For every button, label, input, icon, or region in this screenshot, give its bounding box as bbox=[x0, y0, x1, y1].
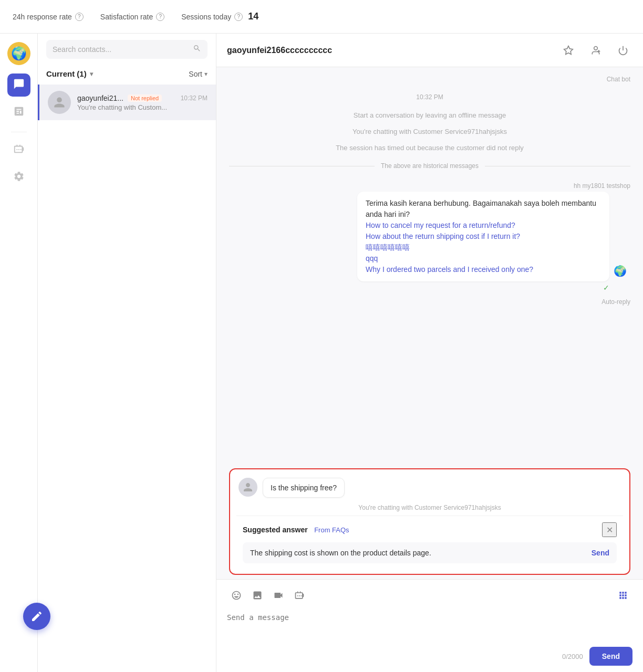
contacts-panel: Current (1) ▾ Sort ▾ gaoyunfei21... Not … bbox=[38, 34, 216, 672]
stat-response-rate-help-icon[interactable]: ? bbox=[75, 13, 84, 21]
settings-icon bbox=[13, 171, 25, 185]
left-nav: 🌍 bbox=[0, 34, 38, 672]
svg-point-1 bbox=[594, 46, 598, 50]
outgoing-bubble: Terima kasih kerana berhubung. Bagaimana… bbox=[357, 192, 609, 281]
faq-link-2[interactable]: How about the return shipping cost if I … bbox=[366, 231, 601, 242]
chat-bot-label: Chat bot bbox=[229, 76, 630, 83]
stat-satisfaction-rate-help-icon[interactable]: ? bbox=[156, 13, 164, 21]
msg-system-timeout: The session has timed out because the cu… bbox=[229, 142, 630, 154]
sort-chevron-icon: ▾ bbox=[204, 70, 208, 78]
stat-sessions-today-label: Sessions today bbox=[181, 13, 231, 21]
stat-response-rate-label: 24h response rate bbox=[13, 13, 72, 21]
star-button[interactable] bbox=[559, 41, 578, 60]
contacts-filter-dropdown[interactable]: Current (1) ▾ bbox=[46, 69, 93, 78]
outgoing-msg-container: hh my1801 testshop Terima kasih kerana b… bbox=[229, 182, 630, 292]
contacts-filter-label: Current (1) bbox=[46, 69, 87, 78]
top-bar: 24h response rate ? Satisfaction rate ? … bbox=[0, 0, 643, 34]
analytics-icon bbox=[13, 106, 25, 120]
faq-link-4[interactable]: qqq bbox=[366, 253, 601, 264]
stat-satisfaction-rate: Satisfaction rate ? bbox=[100, 13, 164, 21]
contact-info: gaoyunfei21... Not replied 10:32 PM You'… bbox=[77, 94, 208, 111]
chat-title: gaoyunfei2166cccccccccc bbox=[227, 46, 559, 55]
faq-link-3[interactable]: 嘻嘻嘻嘻嘻嘻 bbox=[366, 242, 601, 253]
contact-preview: You're chatting with Custom... bbox=[77, 103, 208, 111]
chat-panel: gaoyunfei2166cccccccccc Chat bot 10:32 bbox=[216, 34, 643, 672]
nav-item-settings[interactable] bbox=[7, 166, 30, 189]
customer-bubble: Is the shipping free? bbox=[263, 478, 345, 498]
contact-avatar bbox=[48, 91, 71, 114]
emoji-button[interactable] bbox=[227, 586, 246, 605]
outgoing-bubble-text: Terima kasih kerana berhubung. Bagaimana… bbox=[366, 198, 601, 220]
bot-toolbar-button[interactable] bbox=[290, 586, 309, 605]
msg-system-chatting1: You're chatting with Customer Service971… bbox=[229, 125, 630, 138]
svg-marker-0 bbox=[564, 46, 573, 54]
search-input[interactable] bbox=[53, 45, 189, 54]
customer-msg-row: Is the shipping free? bbox=[230, 469, 629, 502]
customer-avatar bbox=[238, 478, 257, 497]
compose-fab[interactable] bbox=[23, 603, 50, 630]
suggested-label: Suggested answer bbox=[243, 526, 308, 534]
faq-link-5[interactable]: Why I ordered two parcels and I received… bbox=[366, 264, 601, 275]
suggested-answer-header: Suggested answer From FAQs ✕ bbox=[243, 522, 617, 537]
chatting-info-2: You're chatting with Customer Service971… bbox=[230, 502, 629, 516]
outgoing-sender-meta: hh my1801 testshop bbox=[229, 182, 630, 190]
contacts-sort-dropdown[interactable]: Sort ▾ bbox=[189, 70, 208, 78]
chat-input-footer: 0/2000 Send bbox=[227, 643, 632, 666]
msg-check-icon: ✓ bbox=[603, 284, 609, 292]
msg-divider-text: The above are historical messages bbox=[381, 162, 479, 170]
suggested-close-button[interactable]: ✕ bbox=[602, 522, 617, 537]
stat-sessions-today: Sessions today ? 14 bbox=[181, 11, 258, 22]
contact-status-badge: Not replied bbox=[128, 94, 162, 102]
sort-label: Sort bbox=[189, 70, 202, 78]
suggested-section: Is the shipping free? You're chatting wi… bbox=[229, 468, 630, 575]
sessions-count: 14 bbox=[248, 11, 258, 22]
chat-header: gaoyunfei2166cccccccccc bbox=[216, 34, 643, 67]
contact-name: gaoyunfei21... bbox=[77, 94, 123, 102]
msg-system-offline: Start a conversation by leaving an offli… bbox=[229, 109, 630, 121]
auto-reply-label: Auto-reply bbox=[229, 296, 630, 308]
contacts-search-area bbox=[38, 34, 216, 65]
faq-link-1[interactable]: How to cancel my request for a return/re… bbox=[366, 220, 601, 231]
stat-response-rate: 24h response rate ? bbox=[13, 13, 84, 21]
video-button[interactable] bbox=[269, 586, 288, 605]
send-main-button[interactable]: Send bbox=[589, 647, 632, 666]
chat-icon bbox=[13, 78, 25, 92]
suggested-text: The shipping cost is shown on the produc… bbox=[250, 549, 431, 557]
image-button[interactable] bbox=[248, 586, 267, 605]
suggested-content: The shipping cost is shown on the produc… bbox=[243, 542, 617, 563]
stat-sessions-today-help-icon[interactable]: ? bbox=[234, 13, 243, 21]
nav-item-chat[interactable] bbox=[7, 74, 30, 97]
chat-messages: Chat bot 10:32 PM Start a conversation b… bbox=[216, 67, 643, 464]
chat-input-section: 0/2000 Send bbox=[216, 579, 643, 672]
outgoing-msg-row: Terima kasih kerana berhubung. Bagaimana… bbox=[229, 192, 630, 281]
chat-toolbar bbox=[227, 586, 632, 609]
chat-header-actions bbox=[559, 41, 632, 60]
msg-divider-historical: The above are historical messages bbox=[229, 158, 630, 174]
suggested-answer-bar: Suggested answer From FAQs ✕ The shippin… bbox=[236, 516, 623, 568]
nav-logo: 🌍 bbox=[7, 42, 30, 65]
apps-button[interactable] bbox=[614, 586, 632, 605]
contact-time: 10:32 PM bbox=[181, 94, 208, 102]
bot-icon bbox=[13, 143, 25, 158]
suggested-answer-title-row: Suggested answer From FAQs bbox=[243, 525, 349, 534]
contact-item[interactable]: gaoyunfei21... Not replied 10:32 PM You'… bbox=[38, 85, 216, 120]
contacts-header: Current (1) ▾ Sort ▾ bbox=[38, 65, 216, 85]
filter-chevron-icon: ▾ bbox=[90, 70, 93, 78]
chat-input[interactable] bbox=[227, 609, 632, 640]
power-button[interactable] bbox=[614, 41, 632, 60]
nav-item-analytics[interactable] bbox=[7, 101, 30, 124]
suggested-send-button[interactable]: Send bbox=[592, 549, 609, 557]
msg-timestamp: 10:32 PM bbox=[229, 89, 630, 105]
nav-item-bot[interactable] bbox=[7, 139, 30, 162]
sender-avatar: 🌍 bbox=[614, 265, 630, 281]
search-input-wrap[interactable] bbox=[46, 40, 208, 59]
assign-button[interactable] bbox=[586, 41, 605, 60]
suggested-source[interactable]: From FAQs bbox=[314, 526, 349, 534]
stat-satisfaction-rate-label: Satisfaction rate bbox=[100, 13, 153, 21]
search-icon bbox=[193, 44, 201, 55]
char-count: 0/2000 bbox=[562, 653, 583, 660]
